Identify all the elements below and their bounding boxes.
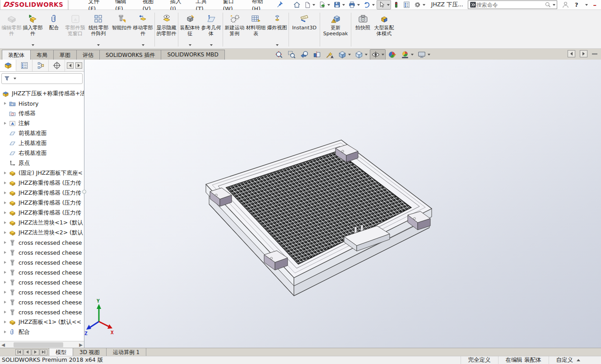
tree-item-origin[interactable]: 原点 (0, 158, 84, 168)
help-dropdown-icon[interactable] (585, 4, 588, 6)
save-dropdown-icon[interactable] (342, 4, 345, 6)
select-dropdown-icon[interactable] (387, 4, 390, 6)
panel-splitter-grip[interactable] (82, 190, 86, 194)
scroll-right-icon[interactable]: ▶ (78, 341, 84, 348)
tree-item-mates[interactable]: 配合 (0, 327, 84, 337)
zoom-fit-icon[interactable] (273, 49, 285, 60)
tree-item-load-sensor[interactable]: JHZZ称重传感器 (压力传 (0, 188, 84, 198)
open-dropdown-icon[interactable] (327, 4, 330, 6)
display-style-icon[interactable] (353, 49, 369, 60)
section-view-icon[interactable] (311, 49, 323, 60)
edit-appearance-icon[interactable] (387, 49, 398, 60)
expand-arrow-icon[interactable] (2, 271, 9, 274)
expand-arrow-icon[interactable] (2, 291, 9, 294)
magnifier-icon[interactable] (545, 1, 551, 8)
select-tool-button[interactable] (377, 0, 391, 9)
nav-prev-button[interactable] (23, 349, 31, 355)
tab-assembly[interactable]: 装配体 (2, 50, 31, 60)
assembly-features-button[interactable]: 装配体特征 (179, 11, 200, 48)
tree-item-right-plane[interactable]: 右视基准面 (0, 148, 84, 158)
tab-sketch[interactable]: 草图 (53, 50, 77, 60)
tab-configuration-manager[interactable] (33, 60, 49, 71)
tab-layout[interactable]: 布局 (30, 50, 54, 60)
collapse-ribbon-dash[interactable] (592, 53, 597, 55)
scrollbar-thumb[interactable] (14, 342, 63, 347)
zoom-area-icon[interactable] (286, 49, 298, 60)
expand-arrow-icon[interactable] (2, 251, 9, 254)
tab-solidworks-mbd[interactable]: SOLIDWORKS MBD (161, 50, 224, 60)
expand-arrow-icon[interactable] (2, 321, 9, 323)
command-search-box[interactable] (468, 0, 557, 9)
login-person-icon[interactable] (562, 1, 569, 9)
tab-model[interactable]: 模型 (49, 348, 73, 356)
dynamic-annotation-icon[interactable] (324, 49, 335, 60)
options-dropdown-icon[interactable] (423, 4, 425, 6)
custom-up-arrow-icon[interactable] (577, 359, 580, 361)
tree-item-panel-part[interactable]: JHZZ面板<1> (默认<< (0, 317, 84, 327)
pin-menu-icon[interactable] (276, 1, 283, 9)
tree-item-base-part[interactable]: (固定) JHZZ面板下底座< (0, 168, 84, 178)
expand-arrow-icon[interactable] (2, 331, 9, 333)
tree-item-load-sensor[interactable]: JHZZ称重传感器 (压力传 (0, 208, 84, 218)
large-assembly-mode-button[interactable]: 大型装配体模式 (373, 11, 395, 48)
insert-component-button[interactable]: 插入零部件 (22, 11, 43, 48)
tab-featuremanager-tree[interactable] (0, 60, 16, 71)
tree-horizontal-scrollbar[interactable]: ◀ ▶ (0, 341, 84, 348)
tab-3d-views[interactable]: 3D 视图 (73, 348, 107, 356)
undo-dropdown-icon[interactable] (372, 4, 375, 6)
apply-scene-dropdown-icon[interactable] (411, 54, 414, 56)
reference-geometry-button[interactable]: 参考几何体 (200, 11, 222, 48)
hide-show-items-icon[interactable] (370, 49, 386, 60)
tree-item-front-plane[interactable]: 前视基准面 (0, 128, 84, 138)
expand-arrow-icon[interactable] (2, 311, 9, 313)
new-document-button[interactable] (303, 0, 317, 9)
tree-item-screw[interactable]: cross recessed cheese (0, 297, 84, 307)
expand-arrow-icon[interactable] (2, 102, 9, 105)
smart-fasteners-button[interactable]: 智能扣件 (111, 11, 132, 48)
expand-arrow-icon[interactable] (2, 182, 9, 184)
expand-arrow-icon[interactable] (2, 301, 9, 303)
scrollbar-track[interactable] (6, 341, 78, 348)
panel-tabs-scroll-left[interactable] (67, 62, 74, 69)
show-hidden-components-button[interactable]: 显示隐藏的零部件 (156, 11, 177, 48)
tree-item-load-sensor[interactable]: JHZZ称重传感器 (压力传 (0, 198, 84, 208)
home-button[interactable] (292, 0, 302, 9)
instant3d-button[interactable]: Instant3D (290, 11, 319, 48)
linear-pattern-button[interactable]: 线性零部件阵列 (86, 11, 111, 48)
panel-tabs-scroll-right[interactable] (75, 62, 82, 69)
tree-item-annotations[interactable]: 注解 (0, 118, 84, 128)
filter-funnel-icon[interactable] (4, 75, 11, 82)
take-snapshot-button[interactable]: 拍快照 (352, 11, 373, 48)
tab-dimxpert-manager[interactable] (49, 60, 65, 71)
tree-item-screw[interactable]: cross recessed cheese (0, 238, 84, 247)
tree-item-history[interactable]: History (0, 98, 84, 108)
new-motion-study-button[interactable]: 新建运动算例 (224, 11, 245, 48)
expand-arrow-icon[interactable] (2, 172, 9, 174)
nav-first-button[interactable] (15, 349, 23, 355)
tree-item-flange-slider-1[interactable]: JHZZ法兰滑块<1> (默认 (0, 218, 84, 228)
view-orientation-icon[interactable] (336, 49, 352, 60)
tree-item-screw[interactable]: cross recessed cheese (0, 307, 84, 317)
pane-left-button[interactable] (568, 50, 575, 57)
tree-item-screw[interactable]: cross recessed cheese (0, 257, 84, 267)
expand-arrow-icon[interactable] (2, 261, 9, 264)
display-style-dropdown-icon[interactable] (365, 54, 368, 56)
move-component-button[interactable]: 移动零部件 (132, 11, 154, 48)
expand-arrow-icon[interactable] (2, 221, 9, 224)
filter-dropdown-icon[interactable] (14, 78, 16, 79)
expand-arrow-icon[interactable] (2, 231, 9, 234)
status-custom[interactable]: 自定义 (549, 356, 601, 364)
tree-item-screw[interactable]: cross recessed cheese (0, 277, 84, 287)
previous-view-icon[interactable] (298, 49, 310, 60)
tree-item-flange-slider-2[interactable]: JHZZ法兰滑块<2> (默认 (0, 228, 84, 238)
expand-arrow-icon[interactable] (2, 241, 9, 244)
file-properties-button[interactable] (401, 0, 412, 9)
tree-item-top-plane[interactable]: 上视基准面 (0, 138, 84, 148)
help-button[interactable]: ? (575, 1, 578, 8)
rebuild-button[interactable] (391, 0, 401, 9)
tab-property-manager[interactable] (16, 60, 33, 71)
tab-solidworks-addins[interactable]: SOLIDWORKS 插件 (99, 50, 161, 60)
tree-item-load-sensor[interactable]: JHZZ称重传感器 (压力传 (0, 178, 84, 188)
open-button[interactable] (317, 0, 331, 9)
mate-button[interactable]: 配合 (43, 11, 65, 48)
